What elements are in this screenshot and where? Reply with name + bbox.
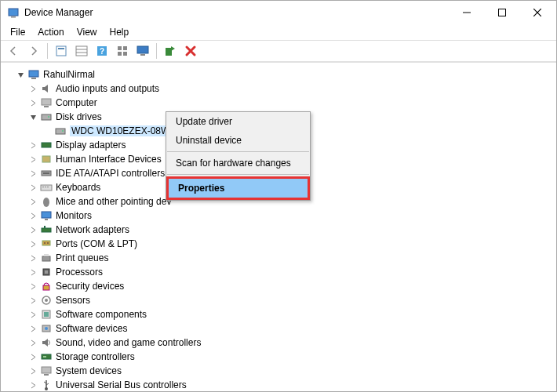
svg-rect-41 xyxy=(42,241,50,245)
keyboard-icon xyxy=(40,181,53,194)
svg-rect-24 xyxy=(42,114,51,120)
tree-root[interactable]: RahulNirmal xyxy=(9,67,548,82)
svg-rect-58 xyxy=(44,374,49,376)
node-label: Storage controllers xyxy=(56,351,135,362)
toolbar-search-icon[interactable] xyxy=(52,42,71,60)
chevron-right-icon[interactable] xyxy=(27,351,38,362)
menu-view[interactable]: View xyxy=(71,25,104,39)
tree-category-storage[interactable]: Storage controllers xyxy=(9,350,548,364)
svg-rect-39 xyxy=(42,228,51,232)
chevron-right-icon[interactable] xyxy=(27,252,38,263)
chevron-right-icon[interactable] xyxy=(27,295,38,306)
svg-rect-8 xyxy=(76,46,87,56)
toolbar-list-icon[interactable] xyxy=(72,42,91,60)
tree-category-printq[interactable]: Print queues xyxy=(9,251,548,265)
back-button[interactable] xyxy=(4,42,23,60)
forward-button[interactable] xyxy=(24,42,43,60)
svg-rect-18 xyxy=(140,54,145,56)
disk-icon xyxy=(54,125,67,137)
menu-action[interactable]: Action xyxy=(31,25,70,39)
maximize-button[interactable] xyxy=(484,2,519,24)
chevron-right-icon[interactable] xyxy=(27,365,38,376)
menu-help[interactable]: Help xyxy=(104,25,136,39)
chevron-right-icon[interactable] xyxy=(27,154,38,165)
chevron-right-icon[interactable] xyxy=(27,281,38,292)
svg-rect-21 xyxy=(31,78,36,79)
tree-category-monitors[interactable]: Monitors xyxy=(9,209,548,223)
monitor-icon[interactable] xyxy=(133,42,152,60)
ctx-properties[interactable]: Properties xyxy=(169,179,308,198)
tree-category-swcomp[interactable]: Software components xyxy=(9,307,548,321)
device-tree[interactable]: RahulNirmal Audio inputs and outputs Com… xyxy=(1,62,556,392)
svg-point-54 xyxy=(45,327,48,330)
svg-rect-31 xyxy=(43,172,49,174)
toolbar-grid-icon[interactable] xyxy=(113,42,132,60)
chevron-right-icon[interactable] xyxy=(27,83,38,94)
cpu-icon xyxy=(40,266,53,278)
tree-category-system[interactable]: System devices xyxy=(9,364,548,378)
node-label: Software devices xyxy=(56,323,127,334)
close-button[interactable] xyxy=(519,2,555,24)
minimize-button[interactable] xyxy=(449,2,484,24)
svg-rect-28 xyxy=(42,143,51,147)
tree-category-computer[interactable]: Computer xyxy=(9,96,548,110)
tree-category-security[interactable]: Security devices xyxy=(9,279,548,293)
svg-rect-3 xyxy=(498,9,505,16)
window-buttons xyxy=(449,2,555,24)
chevron-right-icon[interactable] xyxy=(27,379,38,390)
software-device-icon xyxy=(40,322,53,335)
chevron-right-icon[interactable] xyxy=(27,182,38,193)
chevron-right-icon[interactable] xyxy=(27,224,38,235)
menu-file[interactable]: File xyxy=(4,25,31,39)
svg-rect-48 xyxy=(43,285,49,290)
svg-rect-52 xyxy=(44,312,49,317)
ctx-scan-hardware[interactable]: Scan for hardware changes xyxy=(166,154,310,172)
chevron-right-icon[interactable] xyxy=(27,140,38,151)
tree-category-network[interactable]: Network adapters xyxy=(9,223,548,237)
node-label: Mice and other pointing dev xyxy=(56,196,171,207)
svg-rect-0 xyxy=(9,9,18,16)
svg-rect-45 xyxy=(44,254,49,256)
tree-category-swdev[interactable]: Software devices xyxy=(9,321,548,336)
svg-point-59 xyxy=(45,387,48,390)
node-label: System devices xyxy=(56,365,122,376)
help-icon[interactable]: ? xyxy=(93,42,111,60)
chevron-right-icon[interactable] xyxy=(27,196,38,207)
scan-hardware-icon[interactable] xyxy=(161,42,180,60)
hid-icon xyxy=(40,153,53,165)
monitor-icon xyxy=(40,209,53,222)
system-icon xyxy=(40,365,53,377)
svg-rect-13 xyxy=(118,46,122,50)
no-expander xyxy=(42,125,53,136)
svg-rect-44 xyxy=(42,256,50,261)
delete-icon[interactable] xyxy=(181,42,200,60)
chevron-down-icon[interactable] xyxy=(15,69,26,80)
tree-category-sensors[interactable]: Sensors xyxy=(9,293,548,307)
chevron-right-icon[interactable] xyxy=(27,337,38,348)
chevron-down-icon[interactable] xyxy=(27,111,38,122)
svg-point-42 xyxy=(44,242,46,244)
tree-category-usb[interactable]: Universal Serial Bus controllers xyxy=(9,378,548,392)
tree-category-sound[interactable]: Sound, video and game controllers xyxy=(9,336,548,350)
node-label: Disk drives xyxy=(56,111,102,122)
node-label: Software components xyxy=(56,309,147,320)
node-label: Keyboards xyxy=(56,182,100,193)
tree-category-audio[interactable]: Audio inputs and outputs xyxy=(9,82,548,96)
ctx-uninstall-device[interactable]: Uninstall device xyxy=(166,131,310,150)
tree-category-processors[interactable]: Processors xyxy=(9,265,548,279)
chevron-right-icon[interactable] xyxy=(27,267,38,278)
node-label: Security devices xyxy=(56,281,124,292)
tree-category-ports[interactable]: Ports (COM & LPT) xyxy=(9,237,548,251)
svg-rect-1 xyxy=(11,16,16,18)
chevron-right-icon[interactable] xyxy=(27,210,38,221)
svg-rect-37 xyxy=(42,212,51,218)
printer-icon xyxy=(40,252,53,264)
window-title: Device Manager xyxy=(24,7,449,18)
ctx-update-driver[interactable]: Update driver xyxy=(166,112,310,131)
chevron-right-icon[interactable] xyxy=(27,323,38,334)
chevron-right-icon[interactable] xyxy=(27,168,38,179)
chevron-right-icon[interactable] xyxy=(27,238,38,249)
ctx-separator xyxy=(167,174,309,175)
chevron-right-icon[interactable] xyxy=(27,97,38,108)
chevron-right-icon[interactable] xyxy=(27,309,38,320)
